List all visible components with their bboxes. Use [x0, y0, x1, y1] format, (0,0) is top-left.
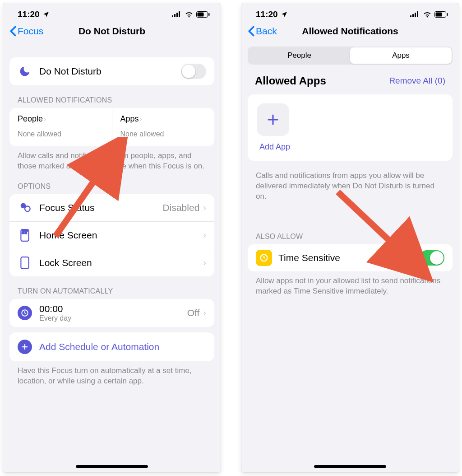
svg-rect-12 — [25, 232, 27, 233]
home-indicator[interactable] — [314, 465, 386, 468]
remove-all-button[interactable]: Remove All (0) — [389, 76, 445, 86]
segmented-control: People Apps — [248, 47, 453, 65]
section-options-header: Options — [9, 172, 214, 194]
add-schedule-card: Add Schedule or Automation — [9, 332, 214, 361]
svg-rect-2 — [176, 13, 178, 17]
time-sensitive-icon — [256, 250, 272, 266]
plus-icon — [18, 340, 32, 354]
phone-right: 11:20 Back Allowed Notifications People … — [241, 3, 459, 472]
chevron-right-icon: › — [203, 257, 206, 268]
location-icon — [42, 11, 50, 18]
section-also-header: Also Allow — [248, 202, 453, 244]
svg-point-8 — [25, 206, 30, 211]
options-card: Focus Status Disabled › Home Screen › Lo… — [9, 194, 214, 276]
status-time: 11:20 — [256, 9, 278, 19]
time-sensitive-card: Time Sensitive — [248, 244, 453, 271]
nav-bar: Focus Do Not Disturb — [3, 21, 221, 44]
nav-title: Allowed Notifications — [302, 26, 398, 37]
lock-screen-row[interactable]: Lock Screen › — [9, 249, 214, 276]
time-sensitive-row[interactable]: Time Sensitive — [248, 244, 453, 271]
chevron-left-icon — [248, 26, 255, 37]
nav-back-button[interactable]: Back — [248, 26, 277, 37]
status-bar: 11:20 — [3, 3, 221, 21]
svg-rect-11 — [22, 232, 24, 233]
allowed-apps-title: Apps — [120, 114, 139, 124]
schedule-state: Off — [187, 308, 200, 318]
apps-footer: Calls and notifications from apps you al… — [248, 161, 453, 202]
section-allowed-header: Allowed Notifications — [9, 85, 214, 108]
section-auto-header: Turn On Automatically — [9, 276, 214, 299]
chevron-right-icon: › — [203, 308, 206, 318]
allowed-apps-heading: Allowed Apps — [255, 75, 326, 87]
phone-left: 11:20 Focus Do Not Disturb Do Not Distur… — [3, 3, 221, 472]
status-right — [172, 11, 210, 18]
battery-icon — [434, 11, 448, 18]
clock-icon — [18, 306, 32, 320]
schedule-row[interactable]: 00:00 Every day Off › — [9, 299, 214, 327]
battery-icon — [196, 11, 210, 18]
seg-apps[interactable]: Apps — [350, 47, 452, 64]
add-schedule-row[interactable]: Add Schedule or Automation — [9, 332, 214, 361]
svg-rect-5 — [198, 13, 204, 17]
svg-rect-13 — [21, 257, 28, 269]
chevron-right-icon: › — [44, 115, 46, 123]
status-right — [410, 11, 448, 18]
allowed-people-title: People — [18, 114, 43, 124]
schedule-card: 00:00 Every day Off › — [9, 299, 214, 327]
add-app-card: Add App — [248, 94, 453, 161]
allowed-apps-cell[interactable]: Apps› None allowed — [112, 108, 215, 146]
chevron-right-icon: › — [140, 115, 142, 123]
plus-icon — [266, 113, 280, 126]
allowed-apps-header: Allowed Apps Remove All (0) — [248, 73, 453, 94]
status-bar: 11:20 — [241, 3, 459, 21]
ts-footer: Allow apps not in your allowed list to s… — [248, 271, 453, 297]
time-sensitive-toggle[interactable] — [419, 250, 444, 266]
nav-bar: Back Allowed Notifications — [241, 21, 459, 44]
dnd-card: Do Not Disturb — [9, 57, 214, 85]
signal-icon — [410, 11, 420, 18]
svg-rect-0 — [172, 15, 173, 17]
chevron-left-icon — [9, 26, 17, 37]
add-schedule-label: Add Schedule or Automation — [39, 341, 159, 352]
chevron-right-icon: › — [203, 202, 206, 213]
svg-rect-21 — [415, 13, 416, 17]
nav-back-button[interactable]: Focus — [9, 26, 43, 37]
nav-back-label: Back — [256, 26, 277, 37]
focus-status-row[interactable]: Focus Status Disabled › — [9, 194, 214, 221]
add-app-label: Add App — [259, 142, 444, 152]
focus-status-value: Disabled — [163, 202, 200, 213]
home-screen-row[interactable]: Home Screen › — [9, 221, 214, 249]
allowed-people-sub: None allowed — [18, 130, 104, 138]
dnd-toggle[interactable] — [181, 64, 206, 79]
schedule-sub: Every day — [39, 314, 187, 322]
svg-rect-22 — [417, 11, 418, 17]
nav-back-label: Focus — [18, 26, 43, 37]
seg-people[interactable]: People — [249, 47, 350, 64]
home-screen-label: Home Screen — [39, 230, 203, 241]
dnd-row[interactable]: Do Not Disturb — [9, 57, 214, 85]
chevron-right-icon: › — [203, 230, 206, 240]
auto-footer: Have this Focus turn on automatically at… — [9, 361, 214, 387]
svg-rect-20 — [412, 14, 414, 17]
signal-icon — [172, 11, 182, 18]
allowed-footer: Allow calls and notifications from peopl… — [9, 146, 214, 172]
svg-rect-3 — [179, 11, 180, 17]
schedule-text: 00:00 Every day — [39, 303, 187, 322]
lock-screen-icon — [18, 256, 32, 270]
svg-rect-19 — [410, 15, 411, 17]
svg-rect-1 — [174, 14, 176, 17]
moon-icon — [18, 64, 32, 79]
nav-title: Do Not Disturb — [79, 26, 145, 37]
focus-status-icon — [18, 201, 32, 215]
svg-rect-10 — [22, 230, 28, 231]
allowed-apps-sub: None allowed — [120, 130, 207, 138]
add-app-button[interactable] — [257, 103, 289, 136]
svg-rect-24 — [436, 13, 442, 17]
focus-status-label: Focus Status — [39, 202, 163, 213]
allowed-card: People› None allowed Apps› None allowed — [9, 108, 214, 146]
time-sensitive-label: Time Sensitive — [278, 252, 419, 263]
allowed-people-cell[interactable]: People› None allowed — [9, 108, 112, 146]
home-indicator[interactable] — [76, 465, 148, 468]
status-time: 11:20 — [18, 9, 40, 19]
schedule-time: 00:00 — [39, 303, 187, 314]
